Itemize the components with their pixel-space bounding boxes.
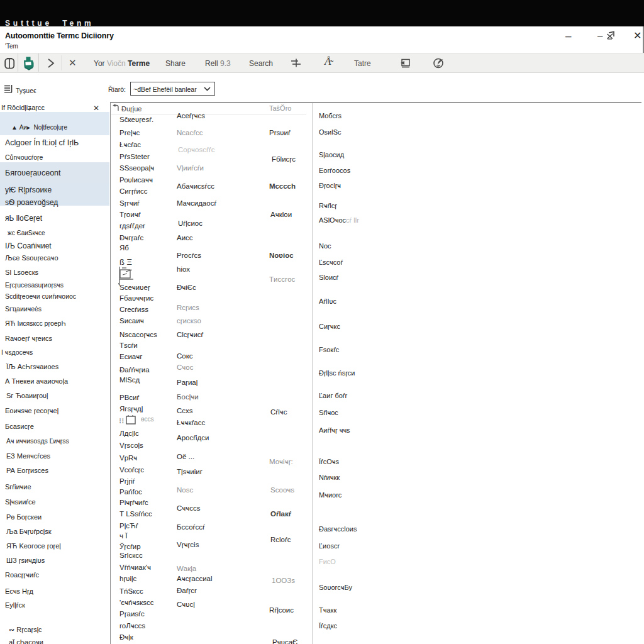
- svg-text:⁝⁝: ⁝⁝: [119, 416, 124, 425]
- svg-text:ß Ξ: ß Ξ: [119, 257, 132, 267]
